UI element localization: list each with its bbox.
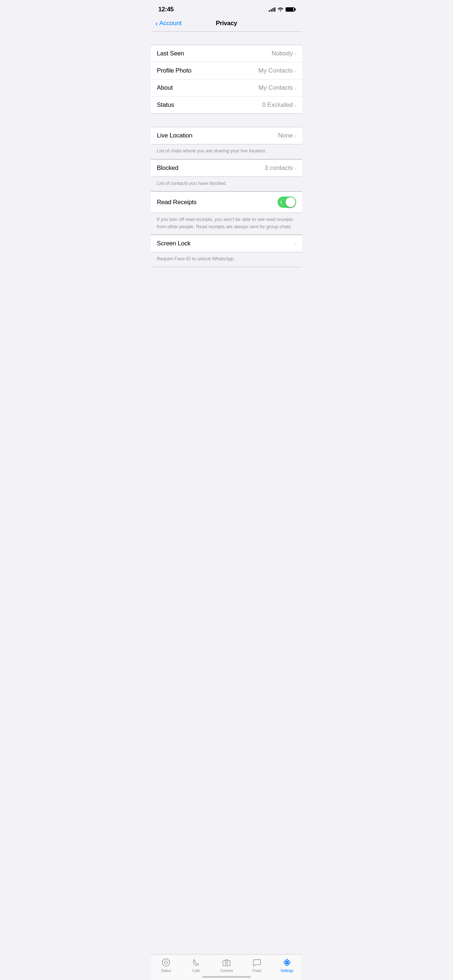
read-receipts-description-row: If you turn off read receipts, you won't…	[151, 213, 302, 235]
screen-lock-section: Screen Lock › Require Face ID to unlock …	[151, 235, 302, 267]
last-seen-value-group: Nobody ›	[271, 50, 296, 57]
main-content: Last Seen Nobody › Profile Photo My Cont…	[151, 32, 302, 304]
chevron-right-icon: ›	[294, 133, 296, 139]
live-location-value-group: None ›	[278, 132, 296, 139]
read-receipts-section: Read Receipts I If you turn off read rec…	[151, 191, 302, 235]
status-row[interactable]: Status 0 Excluded ›	[151, 97, 302, 113]
live-location-group: Live Location None ›	[151, 127, 302, 145]
chevron-left-icon: ‹	[155, 20, 158, 27]
profile-photo-value: My Contacts	[258, 67, 293, 75]
back-button[interactable]: ‹ Account	[155, 20, 182, 27]
wifi-icon	[278, 6, 283, 13]
profile-photo-value-group: My Contacts ›	[258, 67, 296, 75]
about-row[interactable]: About My Contacts ›	[151, 80, 302, 97]
signal-icon	[269, 7, 275, 12]
blocked-description-row: List of contacts you have blocked.	[151, 177, 302, 192]
blocked-value: 3 contacts	[265, 164, 293, 172]
read-receipts-description: If you turn off read receipts, you won't…	[157, 216, 293, 229]
blocked-description: List of contacts you have blocked.	[157, 180, 227, 186]
profile-photo-row[interactable]: Profile Photo My Contacts ›	[151, 62, 302, 80]
status-bar: 12:45	[151, 0, 302, 16]
screen-lock-value-group: ›	[294, 240, 296, 247]
blocked-label: Blocked	[157, 164, 179, 172]
status-time: 12:45	[158, 6, 174, 13]
status-value-group: 0 Excluded ›	[262, 101, 296, 109]
status-icons	[269, 6, 295, 13]
about-value: My Contacts	[258, 84, 293, 92]
nav-header: ‹ Account Privacy	[151, 16, 302, 32]
read-receipts-label: Read Receipts	[157, 199, 196, 206]
last-seen-value: Nobody	[271, 50, 293, 57]
page-title: Privacy	[216, 20, 237, 27]
status-label: Status	[157, 101, 174, 109]
section-gap-1	[151, 32, 302, 45]
read-receipts-group: Read Receipts I	[151, 191, 302, 213]
privacy-section-1: Last Seen Nobody › Profile Photo My Cont…	[151, 45, 302, 114]
blocked-group: Blocked 3 contacts ›	[151, 159, 302, 177]
chevron-right-icon: ›	[294, 51, 296, 57]
live-location-row[interactable]: Live Location None ›	[151, 127, 302, 144]
screen-lock-row[interactable]: Screen Lock ›	[151, 235, 302, 252]
screen-lock-description-row: Require Face ID to unlock WhatsApp.	[151, 252, 302, 267]
blocked-row[interactable]: Blocked 3 contacts ›	[151, 160, 302, 177]
read-receipts-row[interactable]: Read Receipts I	[151, 192, 302, 213]
last-seen-label: Last Seen	[157, 50, 184, 57]
status-value: 0 Excluded	[262, 101, 293, 109]
live-location-value: None	[278, 132, 293, 139]
profile-photo-label: Profile Photo	[157, 67, 191, 75]
chevron-right-icon: ›	[294, 240, 296, 247]
battery-icon	[286, 7, 295, 12]
screen-lock-label: Screen Lock	[157, 240, 190, 247]
screen-lock-description: Require Face ID to unlock WhatsApp.	[157, 256, 235, 261]
chevron-right-icon: ›	[294, 102, 296, 108]
chevron-right-icon: ›	[294, 68, 296, 74]
live-location-label: Live Location	[157, 132, 193, 139]
toggle-label: I	[281, 200, 282, 205]
blocked-value-group: 3 contacts ›	[265, 164, 297, 172]
chevron-right-icon: ›	[294, 165, 296, 171]
toggle-thumb	[286, 197, 295, 207]
last-seen-row[interactable]: Last Seen Nobody ›	[151, 45, 302, 62]
about-value-group: My Contacts ›	[258, 84, 296, 92]
about-label: About	[157, 84, 172, 92]
read-receipts-toggle[interactable]: I	[278, 197, 296, 208]
blocked-section: Blocked 3 contacts › List of contacts yo…	[151, 159, 302, 192]
chevron-right-icon: ›	[294, 85, 296, 91]
section-gap-2	[151, 114, 302, 127]
screen-lock-group: Screen Lock ›	[151, 235, 302, 252]
live-location-description-row: List of chats where you are sharing your…	[151, 145, 302, 159]
live-location-description: List of chats where you are sharing your…	[157, 148, 266, 153]
back-label: Account	[160, 20, 182, 27]
